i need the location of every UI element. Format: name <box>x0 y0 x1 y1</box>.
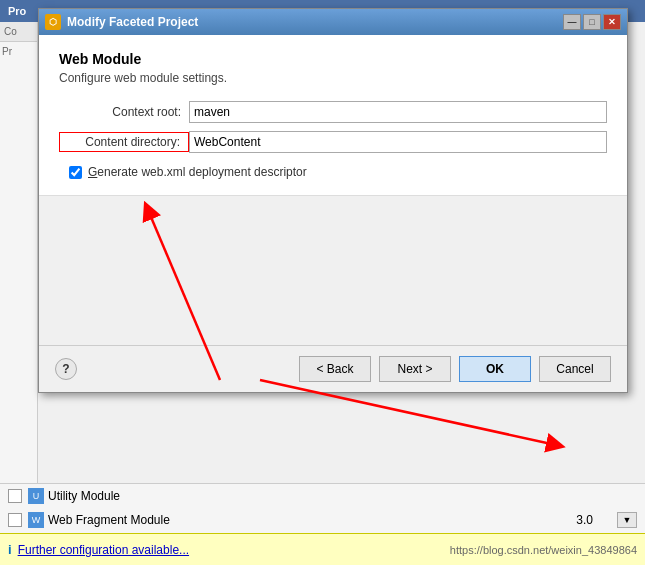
help-button[interactable]: ? <box>55 358 77 380</box>
context-root-label: Context root: <box>59 105 189 119</box>
ok-button[interactable]: OK <box>459 356 531 382</box>
dialog-spacer <box>39 195 627 345</box>
section-title: Web Module <box>59 51 607 67</box>
close-button[interactable]: ✕ <box>603 14 621 30</box>
dialog-title: Modify Faceted Project <box>67 15 563 29</box>
context-root-row: Context root: <box>59 101 607 123</box>
content-directory-row: Content directory: <box>59 131 607 153</box>
next-button[interactable]: Next > <box>379 356 451 382</box>
minimize-button[interactable]: — <box>563 14 581 30</box>
content-directory-input[interactable] <box>189 131 607 153</box>
generate-xml-checkbox[interactable] <box>69 166 82 179</box>
dialog-body: Web Module Configure web module settings… <box>39 35 627 195</box>
dialog-footer: ? < Back Next > OK Cancel <box>39 345 627 392</box>
dialog-title-icon: ⬡ <box>45 14 61 30</box>
content-directory-label: Content directory: <box>59 132 189 152</box>
section-subtitle: Configure web module settings. <box>59 71 607 85</box>
generate-xml-label-text: enerate web.xml deployment descriptor <box>97 165 306 179</box>
back-button[interactable]: < Back <box>299 356 371 382</box>
modify-faceted-project-dialog: ⬡ Modify Faceted Project — □ ✕ Web Modul… <box>38 8 628 393</box>
title-buttons: — □ ✕ <box>563 14 621 30</box>
cancel-button[interactable]: Cancel <box>539 356 611 382</box>
modal-overlay: ⬡ Modify Faceted Project — □ ✕ Web Modul… <box>0 0 645 565</box>
context-root-input[interactable] <box>189 101 607 123</box>
generate-xml-label: Generate web.xml deployment descriptor <box>88 165 307 179</box>
maximize-button[interactable]: □ <box>583 14 601 30</box>
dialog-titlebar: ⬡ Modify Faceted Project — □ ✕ <box>39 9 627 35</box>
generate-xml-row: Generate web.xml deployment descriptor <box>69 165 607 179</box>
